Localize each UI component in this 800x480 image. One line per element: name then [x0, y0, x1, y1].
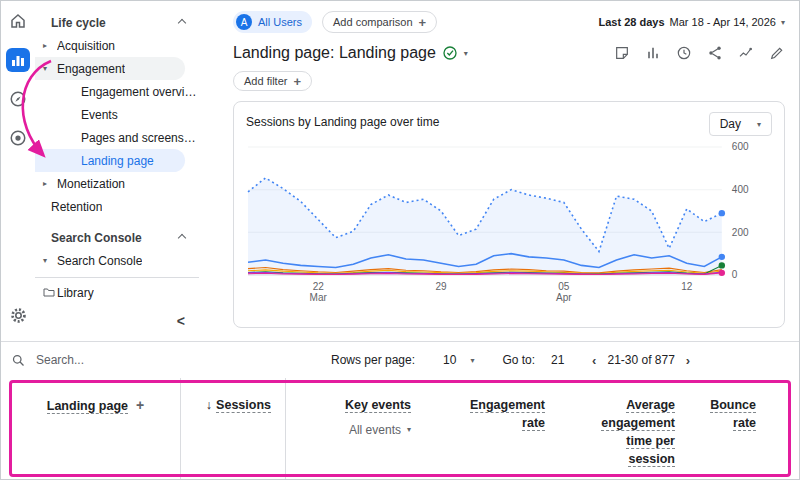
report-title-row: Landing page: Landing page ▾	[233, 44, 785, 62]
sessions-chart[interactable]: 600400200022Mar2905Apr12	[246, 141, 772, 313]
advertising-icon[interactable]	[6, 126, 30, 150]
sidebar-item-pages-and-screens[interactable]: Pages and screens: Page p...	[35, 126, 199, 149]
item-label: Acquisition	[57, 39, 115, 53]
svg-text:Mar: Mar	[310, 292, 328, 303]
date-preset-label: Last 28 days	[599, 16, 665, 28]
pagination-range: 21-30 of 877	[607, 353, 674, 367]
table-search[interactable]	[11, 352, 134, 368]
clock-check-icon[interactable]	[676, 45, 692, 61]
table-header-row: Landing page+ ↓Sessions Key events All e…	[1, 378, 800, 480]
column-label: Landing page	[47, 399, 128, 414]
item-label: Monetization	[57, 177, 125, 191]
add-comparison-chip[interactable]: Add comparison +	[322, 11, 437, 33]
svg-text:29: 29	[435, 281, 447, 292]
svg-text:0: 0	[732, 270, 738, 281]
sidebar-item-monetization[interactable]: ▸ Monetization	[35, 172, 199, 195]
column-header-avg-engagement-time[interactable]: Average engagement time per session	[551, 378, 681, 480]
home-icon[interactable]	[6, 9, 30, 33]
rows-per-page-select[interactable]: 10 ▾	[443, 353, 474, 367]
collapse-arrow-icon[interactable]: ▾	[43, 64, 57, 73]
add-filter-chip[interactable]: Add filter +	[233, 71, 312, 91]
plus-icon: +	[419, 15, 427, 30]
svg-text:12: 12	[681, 281, 693, 292]
item-label: Engagement	[57, 62, 125, 76]
chevron-down-icon: ▾	[470, 356, 474, 365]
column-label: Key events	[345, 398, 411, 413]
chevron-up-icon	[178, 234, 186, 242]
goto-page-input[interactable]	[549, 352, 573, 368]
sidebar-item-retention[interactable]: Retention	[35, 195, 199, 218]
column-header-key-events[interactable]: Key events All events ▾	[286, 378, 421, 480]
sidebar-item-events[interactable]: Events	[35, 103, 199, 126]
section-label: Life cycle	[51, 16, 106, 30]
expand-arrow-icon[interactable]: ▸	[43, 179, 57, 188]
insights-icon[interactable]	[738, 45, 754, 61]
add-filter-label: Add filter	[244, 75, 287, 87]
plus-icon: +	[293, 74, 301, 89]
item-label: Search Console	[57, 254, 142, 268]
sidebar-divider	[35, 277, 199, 278]
add-comparison-label: Add comparison	[333, 16, 413, 28]
report-nav-sidebar: Life cycle ▸ Acquisition ▾ Engagement En…	[35, 1, 199, 341]
table-toolbar: Rows per page: 10 ▾ Go to: ‹ 21-30 of 87…	[1, 342, 800, 378]
svg-text:200: 200	[732, 227, 749, 238]
column-label: Engagement rate	[470, 398, 545, 431]
admin-gear-icon[interactable]	[6, 303, 30, 327]
collapse-sidebar-button[interactable]: <	[177, 313, 185, 329]
edit-icon[interactable]	[769, 45, 785, 61]
folder-icon	[43, 287, 57, 299]
next-page-icon[interactable]: ›	[681, 353, 695, 368]
granularity-select[interactable]: Day ▾	[709, 112, 772, 136]
chevron-down-icon[interactable]: ▾	[464, 49, 468, 58]
sidebar-section-lifecycle[interactable]: Life cycle	[35, 11, 199, 34]
goto-label: Go to:	[502, 353, 535, 367]
sidebar-item-engagement-overview[interactable]: Engagement overview	[35, 80, 199, 103]
column-header-sessions[interactable]: ↓Sessions	[181, 378, 286, 480]
column-header-landing-page[interactable]: Landing page+	[11, 378, 181, 480]
rows-per-page-label: Rows per page:	[331, 353, 415, 367]
svg-text:22: 22	[313, 281, 325, 292]
column-header-engagement-rate[interactable]: Engagement rate	[421, 378, 551, 480]
data-quality-check-icon[interactable]	[442, 45, 458, 61]
report-main: A All Users Add comparison + Last 28 day…	[199, 1, 799, 341]
expand-arrow-icon[interactable]: ▸	[43, 41, 57, 50]
date-range-label: Mar 18 - Apr 14, 2026	[670, 16, 776, 28]
date-range-picker[interactable]: Last 28 days Mar 18 - Apr 14, 2026 ▾	[599, 16, 785, 28]
sidebar-item-acquisition[interactable]: ▸ Acquisition	[35, 34, 199, 57]
page-title: Landing page: Landing page	[233, 44, 436, 62]
nav-rail	[1, 1, 35, 341]
item-label: Library	[57, 286, 94, 300]
key-events-filter-select[interactable]: All events ▾	[286, 421, 411, 439]
filter-bar: Add filter +	[233, 71, 785, 91]
add-dimension-icon[interactable]: +	[136, 397, 144, 413]
explore-icon[interactable]	[6, 87, 30, 111]
table-region: Rows per page: 10 ▾ Go to: ‹ 21-30 of 87…	[1, 341, 800, 480]
search-input[interactable]	[34, 352, 134, 368]
item-label: Pages and screens: Page p...	[81, 131, 199, 145]
column-header-bounce-rate[interactable]: Bounce rate	[681, 378, 786, 480]
all-users-chip[interactable]: A All Users	[233, 11, 312, 33]
audience-label: All Users	[258, 16, 302, 28]
search-icon	[11, 353, 26, 368]
previous-page-icon[interactable]: ‹	[587, 353, 601, 368]
svg-text:Apr: Apr	[556, 292, 572, 303]
pagination-controls: Rows per page: 10 ▾ Go to: ‹ 21-30 of 87…	[331, 352, 695, 368]
sidebar-section-search-console[interactable]: Search Console	[35, 226, 199, 249]
item-label: Engagement overview	[81, 85, 199, 99]
comparison-chart-icon[interactable]	[645, 45, 661, 61]
collapse-arrow-icon[interactable]: ▾	[43, 256, 57, 265]
note-icon[interactable]	[614, 45, 630, 61]
audience-avatar: A	[236, 14, 252, 30]
sidebar-item-engagement[interactable]: ▾ Engagement	[35, 57, 185, 80]
share-icon[interactable]	[707, 45, 723, 61]
column-label: Bounce rate	[710, 398, 756, 431]
sidebar-item-search-console[interactable]: ▾ Search Console	[35, 249, 199, 272]
sidebar-item-landing-page[interactable]: Landing page	[35, 149, 185, 172]
sidebar-item-library[interactable]: Library	[35, 281, 199, 304]
svg-text:400: 400	[732, 184, 749, 195]
sort-desc-icon[interactable]: ↓	[206, 398, 212, 412]
report-actions	[614, 45, 785, 61]
top-region: Life cycle ▸ Acquisition ▾ Engagement En…	[1, 1, 799, 341]
segment-bar: A All Users Add comparison + Last 28 day…	[233, 11, 785, 33]
reports-icon[interactable]	[6, 48, 30, 72]
